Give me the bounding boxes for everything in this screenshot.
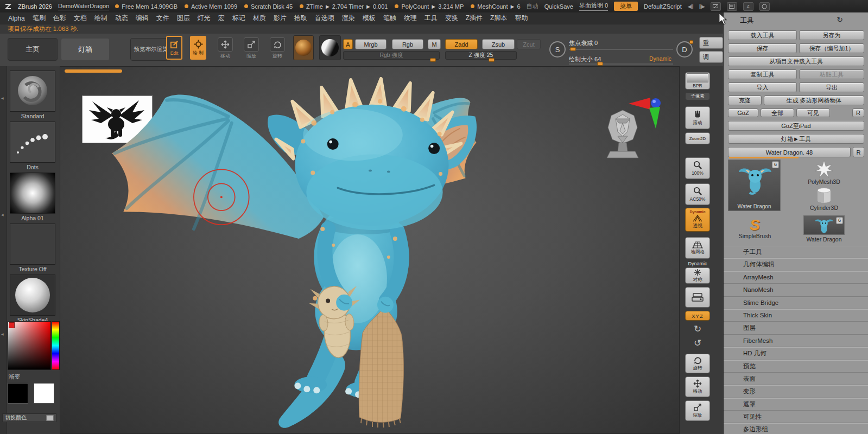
subpalette-header[interactable]: 遮罩 <box>724 398 868 411</box>
xyz-button[interactable]: XYZ <box>685 311 710 321</box>
rgb-intensity-handle[interactable] <box>430 58 436 62</box>
ui-opacity-slider[interactable]: 界面透明 0 <box>579 2 608 11</box>
subpalette-header[interactable]: Thick Skin <box>724 309 868 322</box>
subpalette-header[interactable]: NanoMesh <box>724 284 868 296</box>
save-numbered-button[interactable]: 保存（编号加1） <box>799 43 864 53</box>
scale-button[interactable]: 缩放 <box>242 37 261 60</box>
menu-item[interactable]: 宏 <box>214 12 229 24</box>
gradient-label[interactable]: 渐变 <box>0 373 41 381</box>
menu-item[interactable]: 标记 <box>229 12 249 24</box>
menu-item[interactable]: 首选项 <box>311 12 338 24</box>
subpalette-header[interactable]: 多边形组 <box>724 423 868 434</box>
viewport-canvas[interactable] <box>60 66 680 434</box>
aa-half-button[interactable]: AC50% <box>685 183 710 205</box>
clipped-button-top[interactable]: 重 <box>699 37 723 49</box>
actual-size-button[interactable]: 100% <box>685 157 710 179</box>
subpalette-header[interactable]: 表面 <box>724 373 868 385</box>
tab-home[interactable]: 主页 <box>8 38 58 61</box>
menu-item[interactable]: 帮助 <box>511 12 531 24</box>
active-tool-thumb[interactable]: 6 Water Dragon <box>728 159 781 211</box>
dynamic-label[interactable]: Dynamic <box>649 55 671 62</box>
timeline-icon[interactable] <box>759 2 770 11</box>
refresh-icon[interactable]: ↻ <box>837 15 843 24</box>
menu-item[interactable]: 文档 <box>70 12 91 24</box>
rotate-button[interactable]: 旋转 <box>268 37 287 60</box>
move-button[interactable]: 移动 <box>216 37 235 60</box>
subpalette-header[interactable]: 图层 <box>724 322 868 334</box>
goz-r-button[interactable]: R <box>852 108 864 117</box>
goz-ipad-button[interactable]: GoZ至iPad <box>728 121 864 131</box>
color-picker-sv-square[interactable] <box>8 321 51 370</box>
menu-item[interactable]: 笔刷 <box>29 12 49 24</box>
save-button[interactable]: 保存 <box>728 43 797 53</box>
spin-ccw-icon[interactable]: ↺ <box>685 339 710 348</box>
subpalette-header[interactable]: 变形 <box>724 385 868 398</box>
goz-all-button[interactable]: 全部 <box>761 108 794 117</box>
clipped-button-bottom[interactable]: 调 <box>699 51 723 63</box>
m-button[interactable]: M <box>428 39 441 49</box>
export-button[interactable]: 导出 <box>799 82 864 92</box>
subpalette-header[interactable]: 预览 <box>724 360 868 373</box>
note-icon[interactable] <box>727 2 737 11</box>
goz-visible-button[interactable]: 可见 <box>796 108 830 117</box>
menu-item[interactable]: 拾取 <box>290 12 311 24</box>
import-button[interactable]: 导入 <box>728 82 797 92</box>
clone-button[interactable]: 克隆 <box>728 95 762 105</box>
cylinder3d-tool[interactable]: Cylinder3D <box>783 187 865 214</box>
current-texture-thumb[interactable] <box>10 224 55 265</box>
current-stroke-type-thumb[interactable] <box>10 122 55 163</box>
quicksave-button[interactable]: QuickSave <box>544 3 573 10</box>
subpalette-header[interactable]: 可见性 <box>724 411 868 423</box>
project-name[interactable]: DemoWaterDragon <box>58 3 109 10</box>
load-from-project-button[interactable]: 从项目文件载入工具 <box>728 56 864 66</box>
zcut-button[interactable]: Zcut <box>517 39 541 49</box>
zscript-label[interactable]: DefaultZScript <box>644 3 682 10</box>
zsub-button[interactable]: Zsub <box>482 39 515 49</box>
focal-shift-track[interactable] <box>569 49 673 50</box>
spin-cw-icon[interactable]: ↻ <box>685 324 710 334</box>
menu-item[interactable]: 笔触 <box>379 12 400 24</box>
current-alpha-thumb[interactable] <box>10 173 55 214</box>
hue-strip[interactable] <box>52 321 60 370</box>
recent-tool-thumb[interactable]: 6 Water Dragon <box>783 215 865 244</box>
active-tool-slider[interactable]: Water Dragon. 48 <box>728 147 851 157</box>
goz-button[interactable]: GoZ <box>728 108 758 117</box>
current-stroke-thumb[interactable] <box>319 35 341 60</box>
tray-arrow-icon[interactable]: ◀ <box>1 213 4 216</box>
draw-size-track[interactable] <box>569 63 673 65</box>
tray-arrow-icon[interactable]: ◀ <box>1 332 4 336</box>
menu-item[interactable]: 色彩 <box>49 12 70 24</box>
menu-item[interactable]: 动态 <box>111 12 132 24</box>
seek-right-icon[interactable]: |||▶ <box>699 4 705 9</box>
sculptris-pro-toggle[interactable]: S <box>549 41 566 58</box>
tray-arrow-icon[interactable]: ◀ <box>1 96 4 100</box>
menu-item[interactable]: 材质 <box>249 12 270 24</box>
menu-item[interactable]: 模板 <box>359 12 379 24</box>
zscript-icon[interactable]: Z <box>743 2 753 11</box>
menu-item[interactable]: 影片 <box>270 12 290 24</box>
scroll-button[interactable]: 滚动 <box>685 106 710 129</box>
bpr-button[interactable]: BPR <box>685 72 710 90</box>
focal-shift-handle[interactable] <box>570 47 576 51</box>
seek-left-icon[interactable]: ◀||| <box>688 4 693 9</box>
active-tool-r-button[interactable]: R <box>853 147 864 157</box>
make-polymesh-button[interactable]: 生成 多边形网格物体 <box>764 95 864 105</box>
subpalette-header[interactable]: HD 几何 <box>724 347 868 360</box>
pen-tablet-icon[interactable] <box>711 2 721 11</box>
menu-item[interactable]: 绘制 <box>91 12 111 24</box>
menu-item[interactable]: 变换 <box>441 12 462 24</box>
simplebrush-tool[interactable]: S SimpleBrush <box>728 214 782 242</box>
draw-button[interactable]: 绘 制 <box>190 36 206 60</box>
secondary-color-swatch[interactable] <box>34 383 54 404</box>
floor-grid-button[interactable]: 地网格 <box>685 237 710 259</box>
menu-item[interactable]: 编辑 <box>132 12 153 24</box>
subpalette-header[interactable]: Slime Bridge <box>724 297 868 309</box>
current-brush-thumb[interactable] <box>10 71 55 112</box>
see-through-button[interactable] <box>685 287 710 308</box>
scale-canvas-button[interactable]: 缩放 <box>685 400 710 421</box>
menu-item[interactable]: 灯光 <box>194 12 214 24</box>
rotate-canvas-button[interactable]: 旋转 <box>685 354 710 373</box>
tab-preview-boolean[interactable]: 预览布尔渲染 <box>130 38 172 61</box>
menu-item[interactable]: Z脚本 <box>486 12 511 24</box>
menu-item[interactable]: 工具 <box>421 12 441 24</box>
